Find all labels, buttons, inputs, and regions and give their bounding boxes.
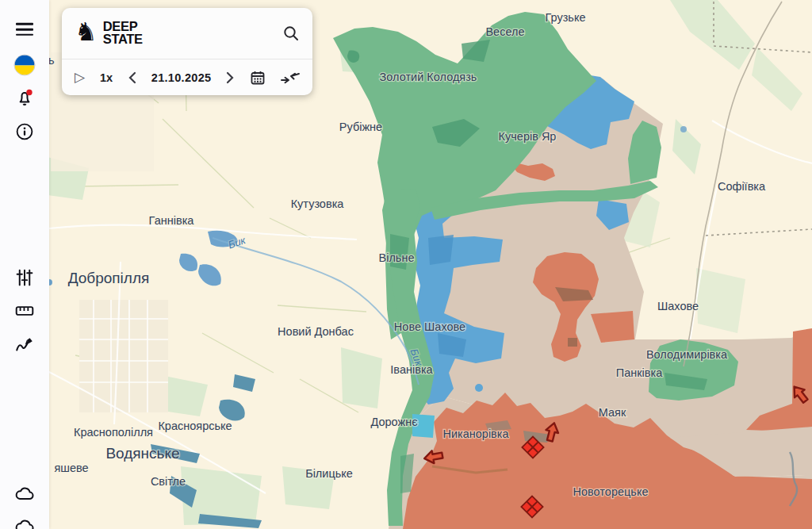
play-icon[interactable]: ▷ bbox=[75, 69, 85, 86]
map-label: Іванівка bbox=[390, 363, 433, 376]
map-label: Никанорівка bbox=[442, 427, 509, 440]
menu-icon[interactable] bbox=[16, 20, 33, 40]
map-label: Світле bbox=[151, 475, 186, 488]
map-label: Вільне bbox=[379, 251, 415, 264]
map-label: Золотий Колодязь bbox=[380, 71, 477, 83]
speed-button[interactable]: 1x bbox=[100, 71, 113, 84]
jump-to-latest-icon[interactable] bbox=[281, 71, 300, 85]
map-label: Новий Донбас bbox=[278, 325, 354, 338]
brand-logo: DEEPSTATE bbox=[103, 21, 143, 45]
map-label: Панківка bbox=[616, 366, 663, 379]
search-icon[interactable] bbox=[282, 25, 300, 42]
draw-icon[interactable] bbox=[14, 335, 35, 358]
chevron-right-icon[interactable] bbox=[226, 71, 235, 84]
map-label: Софіївка bbox=[718, 180, 766, 193]
ruler-icon[interactable] bbox=[14, 301, 35, 324]
weather-cloud-icon-partial[interactable] bbox=[13, 516, 36, 529]
map-label: Ганнівка bbox=[149, 214, 195, 227]
timeline-row: ▷ 1x 21.10.2025 bbox=[62, 59, 312, 95]
chevron-left-icon[interactable] bbox=[128, 71, 136, 84]
map-label: Грузьке bbox=[546, 11, 586, 24]
map-label: Новоторецьке bbox=[573, 485, 649, 498]
deepstate-map-app: осьГрузькеВеселеЗолотий КолодязьРубіжнеК… bbox=[0, 0, 812, 529]
map-label: Кучерів Яр bbox=[499, 130, 557, 143]
info-icon[interactable] bbox=[15, 122, 35, 145]
ukraine-flag-icon[interactable] bbox=[14, 55, 36, 76]
map-label: Рубіжне bbox=[339, 121, 382, 133]
weather-cloud-icon[interactable] bbox=[13, 484, 36, 506]
map-label: Добропілля bbox=[68, 270, 150, 286]
layers-sliders-icon[interactable] bbox=[15, 268, 35, 291]
chess-knight-icon: ♞ bbox=[75, 19, 98, 44]
map-label: яшеве bbox=[54, 462, 88, 474]
notifications-bell-icon[interactable] bbox=[14, 87, 35, 111]
control-panel: ♞ DEEPSTATE ▷ 1x 21.10.2025 bbox=[62, 8, 312, 95]
map-label: Нове Шахове bbox=[394, 320, 465, 333]
map-label: Білицьке bbox=[305, 467, 353, 480]
map-label: Кутузовка bbox=[291, 197, 345, 210]
map-label: Дорожнє bbox=[370, 416, 418, 428]
date-display[interactable]: 21.10.2025 bbox=[151, 71, 212, 84]
map-label: Маяк bbox=[599, 406, 626, 419]
calendar-icon[interactable] bbox=[250, 70, 266, 86]
map-label: Володимирівка bbox=[646, 348, 728, 361]
map-label: Веселе bbox=[485, 25, 524, 38]
map-label: Красноярське bbox=[158, 420, 232, 432]
brand-row: ♞ DEEPSTATE bbox=[62, 8, 312, 59]
sidebar bbox=[0, 0, 49, 529]
map-label: Шахове bbox=[657, 300, 699, 312]
map-label: Краснополілля bbox=[74, 426, 153, 439]
map-label: Водянське bbox=[105, 445, 179, 462]
